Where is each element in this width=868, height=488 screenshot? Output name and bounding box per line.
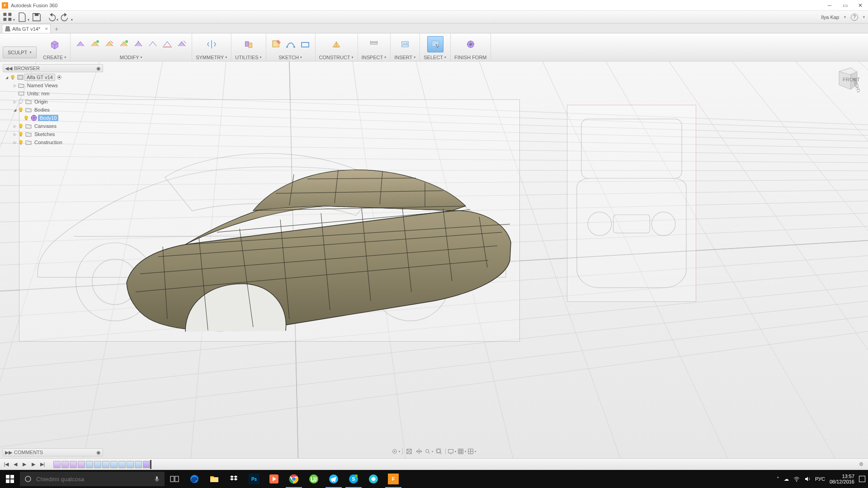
tray-chevron-icon[interactable]: ˄ [777, 476, 779, 482]
visibility-icon[interactable] [18, 131, 24, 137]
modify-tool-5[interactable] [132, 38, 145, 51]
panel-settings-icon[interactable]: ◉ [96, 450, 101, 455]
undo-button[interactable]: ▼ [46, 12, 56, 22]
comments-panel[interactable]: ▶▶ COMMENTS ◉ [3, 448, 103, 456]
timeline-item[interactable] [70, 461, 77, 468]
save-button[interactable] [32, 12, 42, 22]
activate-radio[interactable] [57, 75, 61, 80]
timeline-forward-button[interactable]: ▶ [30, 461, 37, 468]
viewport[interactable]: FRONT RIGHT ◀◀ BROWSER ◉ ◢ Alfa GT v14 ▷… [0, 61, 868, 469]
visibility-icon[interactable] [18, 123, 24, 129]
insert-button[interactable] [397, 36, 413, 52]
inspect-button[interactable] [366, 36, 382, 52]
cortana-search[interactable] [20, 472, 165, 486]
timeline-item[interactable] [135, 461, 142, 468]
modify-tool-3[interactable] [103, 38, 116, 51]
tree-named-views[interactable]: ▷ Named Views [3, 81, 103, 89]
visibility-icon[interactable] [18, 99, 24, 104]
timeline-item[interactable] [127, 461, 134, 468]
tree-canvases[interactable]: ▷ Canvases [3, 122, 103, 130]
tree-bodies[interactable]: ◢ Bodies [3, 106, 103, 114]
timeline-item[interactable] [143, 461, 150, 468]
timeline-item[interactable] [110, 461, 118, 468]
timeline-item[interactable] [61, 461, 69, 468]
maximize-button[interactable]: ▭ [837, 0, 853, 11]
symmetry-button[interactable] [203, 36, 220, 52]
visibility-icon[interactable] [10, 75, 15, 80]
mic-icon[interactable] [154, 476, 160, 482]
tree-construction[interactable]: ▷ Construction [3, 138, 103, 146]
tray-clock[interactable]: 13:5708/12/2016 [830, 474, 854, 484]
modify-tool-6[interactable] [146, 38, 159, 51]
taskbar-fusion[interactable]: F [383, 470, 403, 488]
collapse-icon[interactable]: ◀◀ [5, 66, 12, 71]
new-file-button[interactable]: ▼ [17, 12, 27, 22]
browser-header[interactable]: ◀◀ BROWSER ◉ [3, 64, 103, 72]
tab-close-button[interactable]: ✕ [45, 27, 48, 31]
taskbar-app[interactable] [363, 470, 383, 488]
utilities-button[interactable] [241, 36, 257, 52]
taskbar-skype[interactable]: S [344, 470, 363, 488]
taskbar-edge[interactable] [184, 470, 204, 488]
viewport-layout-button[interactable]: ▼ [467, 447, 476, 455]
construct-button[interactable] [328, 36, 344, 52]
workspace-switcher[interactable]: SCULPT▼ [3, 47, 37, 58]
timeline-item[interactable] [86, 461, 93, 468]
tree-root[interactable]: ◢ Alfa GT v14 [3, 73, 103, 81]
modify-tool-7[interactable] [161, 38, 174, 51]
create-box-button[interactable] [47, 36, 63, 52]
tray-volume-icon[interactable] [804, 476, 811, 482]
timeline-item[interactable] [53, 461, 61, 468]
timeline-back-button[interactable]: ◀ [12, 461, 19, 468]
taskbar-telegram[interactable] [324, 470, 344, 488]
tree-origin[interactable]: ▷ Origin [3, 98, 103, 106]
tree-body10[interactable]: Body10 [3, 114, 103, 122]
taskbar-photoshop[interactable]: Ps [244, 470, 264, 488]
look-at-button[interactable] [405, 447, 414, 455]
visibility-icon[interactable] [24, 115, 29, 121]
tray-wifi-icon[interactable] [793, 476, 800, 482]
taskbar-chrome[interactable] [284, 470, 304, 488]
timeline-playhead[interactable] [150, 460, 151, 469]
timeline-play-button[interactable]: ▶ [21, 461, 28, 468]
tray-notifications-icon[interactable] [859, 476, 865, 482]
taskbar-explorer[interactable] [204, 470, 224, 488]
timeline-item[interactable] [78, 461, 85, 468]
help-button[interactable]: ? [851, 14, 858, 21]
tray-language[interactable]: РУС [815, 476, 825, 482]
tree-sketches[interactable]: ▷ Sketches [3, 130, 103, 138]
new-tab-button[interactable]: + [52, 25, 61, 33]
timeline-item[interactable] [118, 461, 126, 468]
close-button[interactable]: ✕ [853, 0, 868, 11]
modify-tool-8[interactable] [175, 38, 188, 51]
tray-onedrive-icon[interactable]: ☁ [784, 476, 789, 482]
document-tab[interactable]: Alfa GT v14* ✕ [2, 24, 51, 33]
taskbar-dropbox[interactable] [224, 470, 244, 488]
minimize-button[interactable]: ─ [822, 0, 837, 11]
modify-tool-4[interactable] [118, 38, 130, 51]
timeline-item[interactable] [102, 461, 109, 468]
display-settings-button[interactable]: ▼ [448, 447, 457, 455]
search-input[interactable] [36, 476, 149, 483]
expand-icon[interactable]: ▶▶ [5, 450, 12, 455]
visibility-icon[interactable] [18, 140, 24, 145]
fit-button[interactable] [434, 447, 443, 455]
timeline-item[interactable] [94, 461, 101, 468]
sketch-tool-2[interactable] [284, 38, 297, 51]
modify-tool-1[interactable] [74, 38, 87, 51]
sketch-tool-1[interactable] [270, 38, 283, 51]
panel-settings-icon[interactable]: ◉ [96, 66, 101, 71]
redo-button[interactable]: ▼ [61, 12, 71, 22]
visibility-icon[interactable] [18, 107, 24, 113]
sketch-tool-3[interactable] [299, 38, 311, 51]
taskbar-media[interactable] [264, 470, 284, 488]
tree-units[interactable]: Units: mm [3, 89, 103, 98]
finish-form-button[interactable] [462, 36, 479, 52]
timeline-start-button[interactable]: |◀ [3, 461, 10, 468]
grid-settings-button[interactable]: ▼ [458, 447, 467, 455]
user-name[interactable]: Ilya Kap [821, 14, 839, 20]
modify-tool-2[interactable] [89, 38, 101, 51]
orbit-button[interactable]: ▼ [392, 447, 401, 455]
zoom-button[interactable]: ▼ [425, 447, 434, 455]
viewcube[interactable]: FRONT RIGHT [830, 65, 860, 95]
